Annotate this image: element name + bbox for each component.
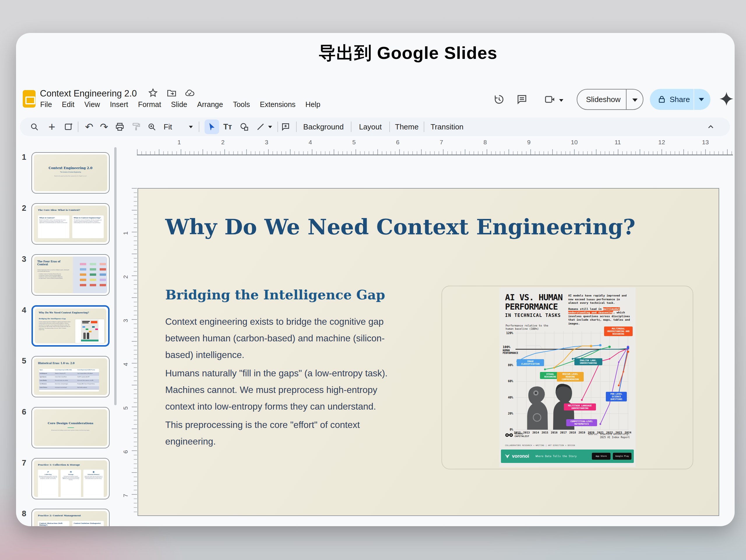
document-title[interactable]: Context Engineering 2.0 [40,88,137,99]
slide-paragraph-2: Humans naturally "fill in the gaps" (a l… [165,365,408,415]
mini-card-title: Context Abstraction (Self-Baking?) [39,523,68,526]
vruler-number-7: 7 [122,494,129,497]
slide-body-text[interactable]: Context engineering exists to bridge the… [165,313,408,452]
zoom-icon[interactable] [145,117,158,136]
app-store-badge: App Store [592,453,610,460]
mini-diagram-node [80,263,86,265]
thumbnail-slide-6[interactable]: Core Design ConsiderationsA framework fo… [31,407,110,448]
share-button[interactable]: Share [650,89,711,110]
lock-icon [657,95,666,104]
thumbnail-slide-2[interactable]: The Core Idea: What is Context?What is C… [31,203,110,245]
insert-comment-icon[interactable] [279,117,292,136]
mini-silhouette [83,333,86,339]
mini-diagram-node [100,279,106,281]
mini-table-row: Context ToleranceLow (requires structure… [39,386,99,390]
slide-canvas[interactable]: Why Do We Need Context Engineering? Brid… [138,188,719,516]
slide-title[interactable]: Why Do We Need Context Engineering? [165,214,636,239]
camera-dropdown-caret[interactable] [558,99,564,102]
mini-title: Practice 2: Context Management [38,514,81,517]
ai-performance-infographic: AI VS. HUMAN PERFORMANCE IN TECHNICAL TA… [499,287,636,467]
menu-edit[interactable]: Edit [57,100,79,111]
version-history-icon[interactable] [493,93,505,105]
slideshow-caret[interactable] [632,99,638,102]
mini-title: Context Engineering 2.0 [34,166,107,170]
thumbnail-slide-5[interactable]: Historical Eras: 1.0 vs. 2.0AspectContex… [31,356,110,397]
mini-diagram-node [80,274,86,276]
slideshow-button[interactable]: Slideshow [577,89,643,110]
thumb-number-7: 7 [22,458,26,468]
thumbnail-slide-1[interactable]: Context Engineering 2.0The Context of Co… [31,152,110,194]
text-box-button[interactable]: Tт [221,117,234,136]
print-icon[interactable] [113,117,126,136]
menu-file[interactable]: File [35,100,57,111]
line-caret[interactable] [266,117,275,136]
gemini-sparkle-icon[interactable] [719,91,734,106]
paint-format-icon[interactable] [130,117,143,136]
move-folder-icon[interactable] [166,88,177,98]
thumbnail-slide-3[interactable]: The Four Eras of ContextContext engineer… [31,254,110,296]
vc-glasses-icon [505,433,513,437]
menu-format[interactable]: Format [133,100,166,111]
undo-icon[interactable]: ↶ [83,117,95,136]
mini-ig-title [82,321,90,322]
new-slide-layout-icon[interactable] [62,117,75,136]
select-cursor-button[interactable] [205,119,219,134]
menu-help[interactable]: Help [300,100,325,111]
menu-extensions[interactable]: Extensions [255,100,300,111]
export-banner-text: 导出到 Google Slides [318,41,497,65]
zoom-select[interactable]: Fit [159,117,177,136]
menu-view[interactable]: View [79,100,105,111]
mini-table-row: Typical SystemsContext Toolkit, ContextP… [39,376,99,379]
year-2020: 2020 [586,431,596,434]
thumb-number-8: 8 [22,509,26,518]
mini-table-row: Core MechanismSensor fusion, rule-based … [39,383,99,386]
thumb-number-6: 6 [22,408,26,417]
menubar: FileEditViewInsertFormatSlideArrangeTool… [35,100,325,111]
transition-button[interactable]: Transition [427,117,467,136]
menu-slide[interactable]: Slide [166,100,192,111]
layout-button[interactable]: Layout [354,117,386,136]
thumbnail-slide-7[interactable]: Practice 1: Collection & Storage⇄Collect… [31,458,110,499]
mini-td: Typical Systems [39,376,55,379]
hruler-number-13: 13 [702,139,709,146]
chart-image-frame[interactable]: AI VS. HUMAN PERFORMANCE IN TECHNICAL TA… [441,286,693,469]
vruler-number-6: 6 [122,450,129,454]
menu-tools[interactable]: Tools [228,100,255,111]
mini-card-text: Based on Dey (2001), context is any info… [39,220,68,224]
shape-button[interactable] [238,117,251,136]
ytick-20: 20% [503,412,513,415]
search-icon[interactable] [28,117,41,136]
callout-phd-level-science-questions: PhD-Level Science Questions [606,392,627,401]
mini-td: Ubiquitous Computing, HCI [55,372,77,376]
comment-icon[interactable] [516,93,528,105]
mini-diagram-node [90,268,96,271]
thumb-number-5: 5 [22,357,26,366]
slide-subtitle[interactable]: Bridging the Intelligence Gap [165,287,385,303]
toolbar-divider [389,121,390,132]
hruler-number-8: 8 [483,139,487,146]
collapse-toolbar-chevron-icon[interactable] [704,117,717,136]
theme-button[interactable]: Theme [392,117,421,136]
year-2022: 2022 [605,431,614,434]
thumbnail-slide-8[interactable]: Practice 2: Context ManagementContext Ab… [31,509,110,526]
meet-camera-icon[interactable] [544,93,556,105]
menu-arrange[interactable]: Arrange [192,100,228,111]
mini-silhouette [87,333,89,339]
zoom-caret[interactable] [186,117,195,136]
background-button[interactable]: Background [300,117,347,136]
mini-diagram-node [90,263,96,265]
mini-card-title: Context Isolation (Subagents) [74,523,102,524]
thumbnail-content-4: Why Do We Need Context Engineering?Bridg… [35,308,106,343]
cloud-status-icon[interactable] [184,88,195,98]
new-slide-plus-icon[interactable]: + [46,117,58,136]
thumbnail-slide-4[interactable]: Why Do We Need Context Engineering?Bridg… [31,305,110,346]
menu-insert[interactable]: Insert [105,100,133,111]
star-icon[interactable] [148,88,158,98]
line-button[interactable] [254,117,267,136]
filmstrip-scrollbar[interactable] [114,147,117,405]
mini-card-title: Collection [39,474,57,475]
callout-image-classification: Image Classification [517,359,544,366]
share-caret[interactable] [699,98,704,101]
slides-app-icon[interactable] [23,90,35,108]
redo-icon[interactable]: ↷ [97,117,110,136]
